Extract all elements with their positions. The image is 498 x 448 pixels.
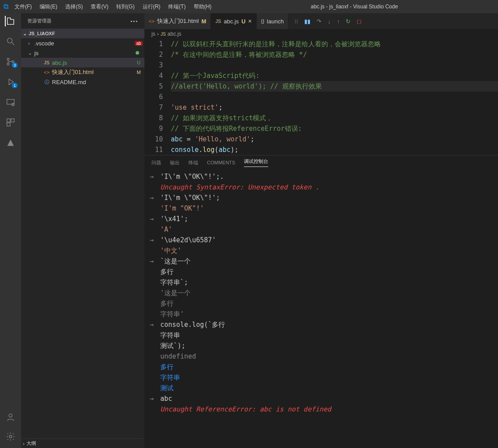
close-icon[interactable]: × (248, 18, 252, 25)
debug-badge: 1 (12, 83, 18, 88)
debug-icon[interactable]: 1 (5, 77, 16, 87)
console-line: →abc (150, 393, 498, 404)
step-over-icon[interactable]: ↷ (317, 18, 321, 25)
modified-dot-icon (136, 51, 139, 55)
panel-tabs: 问题输出终端COMMENTS调试控制台 (144, 156, 498, 170)
pause-icon[interactable]: ▮▮ (304, 18, 310, 25)
console-line: Uncaught ReferenceError: abc is not defi… (150, 404, 498, 415)
console-line: 字符串 (150, 330, 498, 341)
outline-section[interactable]: ›大纲 (21, 438, 144, 448)
step-into-icon[interactable]: ↓ (328, 18, 331, 25)
js-file-icon: JS (43, 60, 50, 65)
folder-header[interactable]: ⌄JS_LIAOXF (21, 29, 144, 38)
chevron-icon: ⌄ (28, 51, 33, 56)
menu-item[interactable]: 文件(F) (12, 1, 34, 12)
debug-console[interactable]: →'I\'m \"OK\"!';.Uncaught SyntaxError: U… (144, 170, 498, 448)
scm-icon[interactable]: 3 (5, 56, 16, 67)
remote-icon[interactable] (5, 97, 16, 107)
console-line: 字符串 (150, 372, 498, 383)
tab-modified: M (202, 18, 207, 25)
file-name: README.md (52, 79, 144, 85)
code-editor[interactable]: 1234567891011 // 以双斜杠开头直到行末的是注释，注释是给人看的，… (144, 39, 498, 155)
svg-point-2 (7, 58, 9, 60)
editor-tab[interactable]: {}launch (257, 13, 289, 29)
panel-tab[interactable]: 问题 (151, 159, 161, 166)
menu-item[interactable]: 转到(G) (114, 1, 137, 12)
settings-gear-icon[interactable] (5, 431, 16, 442)
svg-point-11 (9, 435, 12, 438)
breadcrumb[interactable]: js› JS abc.js (144, 29, 498, 39)
console-line: →console.log(`多行 (150, 319, 498, 330)
file-name: 快速入门01.html (52, 68, 131, 76)
step-out-icon[interactable]: ↑ (337, 18, 340, 25)
tab-label: 快速入门01.html (157, 17, 199, 25)
file-type-icon: <> (149, 19, 155, 24)
svg-point-6 (12, 104, 15, 106)
svg-line-1 (12, 43, 15, 45)
console-line: 'A' (150, 224, 498, 235)
console-line: undefined (150, 351, 498, 362)
account-icon[interactable] (5, 412, 16, 422)
menu-item[interactable]: 终端(T) (166, 1, 188, 12)
tree-item[interactable]: ›.vscodeab (21, 38, 144, 48)
svg-rect-9 (7, 123, 10, 126)
menu-item[interactable]: 编辑(E) (37, 1, 60, 12)
console-line: 多行 (150, 362, 498, 372)
file-name: js (34, 50, 134, 56)
tree-item[interactable]: ⓘREADME.md (21, 77, 144, 87)
file-type-icon: JS (215, 19, 221, 24)
more-icon[interactable]: ••• (130, 19, 138, 24)
grip-icon[interactable]: ⁝⁝ (295, 18, 298, 25)
extensions-icon[interactable] (5, 117, 16, 128)
ab-badge: ab (135, 41, 142, 46)
stop-icon[interactable]: ◻ (357, 18, 362, 25)
file-type-icon: {} (261, 19, 264, 24)
panel-tab[interactable]: COMMENTS (207, 160, 235, 165)
svg-rect-8 (11, 119, 14, 122)
tab-modified: U (241, 18, 245, 25)
editor-tabs: <>快速入门01.htmlMJSabc.jsU×{}launch⁝⁝▮▮↷↓↑↻… (144, 13, 498, 29)
explorer-sidebar: 资源管理器 ••• ⌄JS_LIAOXF ›.vscodeab⌄jsJSabc.… (21, 13, 144, 448)
menu-item[interactable]: 查看(V) (88, 1, 111, 12)
console-line: 多行 (150, 298, 498, 309)
atlassian-icon[interactable] (5, 137, 16, 148)
panel-tab[interactable]: 输出 (170, 159, 180, 166)
tree-item[interactable]: JSabc.jsU (21, 58, 144, 67)
console-line: →'\x41'; (150, 214, 498, 224)
menu-item[interactable]: 帮助(H) (191, 1, 214, 12)
console-line: 字符串' (150, 309, 498, 319)
sidebar-title: 资源管理器 (27, 18, 52, 24)
console-line: 测试`); (150, 341, 498, 351)
svg-point-0 (7, 38, 12, 43)
svg-point-3 (7, 63, 9, 65)
tree-item[interactable]: ⌄js (21, 48, 144, 58)
restart-icon[interactable]: ↻ (346, 18, 350, 25)
explorer-icon[interactable] (5, 16, 15, 26)
editor-tab[interactable]: JSabc.jsU× (211, 13, 256, 29)
console-line: '这是一个 (150, 288, 498, 298)
console-line: →`这是一个 (150, 256, 498, 267)
panel-tab[interactable]: 调试控制台 (244, 158, 268, 167)
panel-tab[interactable]: 终端 (188, 159, 198, 166)
tab-label: abc.js (224, 18, 239, 25)
window-title: abc.js - js_liaoxf - Visual Studio Code (214, 4, 494, 10)
title-bar: ⧉ 文件(F)编辑(E)选择(S)查看(V)转到(G)运行(R)终端(T)帮助(… (0, 0, 498, 13)
debug-toolbar: ⁝⁝▮▮↷↓↑↻◻ (288, 13, 368, 29)
info-icon: ⓘ (43, 79, 50, 85)
bottom-panel: 问题输出终端COMMENTS调试控制台 →'I\'m \"OK\"!';.Unc… (144, 155, 498, 448)
console-line: →'I\'m \"OK\"!';. (150, 171, 498, 182)
console-line: →'I\'m \"OK\"!'; (150, 193, 498, 203)
editor-tab[interactable]: <>快速入门01.htmlM (144, 13, 211, 29)
console-line: 多行 (150, 267, 498, 277)
svg-point-10 (9, 414, 12, 417)
tree-item[interactable]: <>快速入门01.htmlM (21, 67, 144, 77)
search-icon[interactable] (5, 36, 16, 47)
menu-item[interactable]: 运行(R) (140, 1, 163, 12)
console-line: →'\u4e2d\u6587' (150, 235, 498, 245)
vscode-logo-icon: ⧉ (4, 3, 8, 11)
menu-item[interactable]: 选择(S) (63, 1, 85, 12)
console-line: 字符串`; (150, 277, 498, 288)
file-name: .vscode (34, 40, 131, 47)
console-line: 'I'm "OK"!' (150, 203, 498, 214)
chevron-icon: › (28, 41, 33, 46)
